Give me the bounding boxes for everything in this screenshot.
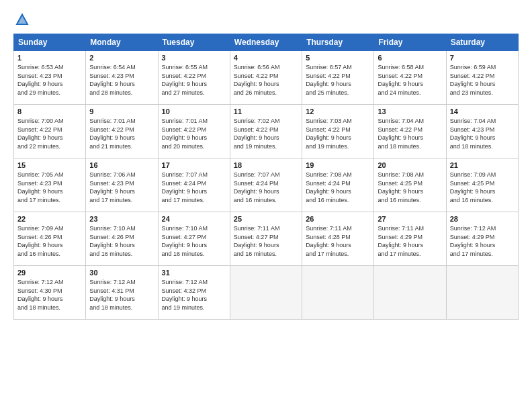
calendar-week-row: 15Sunrise: 7:05 AM Sunset: 4:23 PM Dayli…	[14, 158, 519, 212]
day-number: 20	[378, 161, 442, 169]
day-info: Sunrise: 6:57 AM Sunset: 4:22 PM Dayligh…	[306, 63, 370, 97]
calendar-cell: 17Sunrise: 7:07 AM Sunset: 4:24 PM Dayli…	[158, 158, 230, 212]
calendar-week-row: 29Sunrise: 7:12 AM Sunset: 4:30 PM Dayli…	[14, 266, 519, 320]
calendar-cell: 12Sunrise: 7:03 AM Sunset: 4:22 PM Dayli…	[302, 105, 374, 158]
day-number: 30	[89, 269, 154, 277]
day-info: Sunrise: 7:12 AM Sunset: 4:29 PM Dayligh…	[450, 224, 515, 258]
calendar-cell	[230, 266, 302, 320]
day-number: 27	[378, 215, 442, 223]
day-number: 28	[450, 215, 515, 223]
day-info: Sunrise: 6:58 AM Sunset: 4:22 PM Dayligh…	[378, 63, 442, 97]
day-number: 11	[234, 107, 298, 116]
day-number: 7	[450, 54, 515, 62]
calendar-cell: 2Sunrise: 6:54 AM Sunset: 4:23 PM Daylig…	[86, 51, 158, 105]
calendar-cell: 14Sunrise: 7:04 AM Sunset: 4:23 PM Dayli…	[446, 105, 518, 158]
day-number: 31	[162, 269, 226, 277]
day-number: 22	[17, 215, 82, 223]
day-info: Sunrise: 7:02 AM Sunset: 4:22 PM Dayligh…	[234, 117, 298, 150]
day-info: Sunrise: 7:12 AM Sunset: 4:31 PM Dayligh…	[89, 278, 154, 312]
day-number: 17	[162, 161, 226, 169]
day-number: 18	[234, 161, 298, 169]
logo-icon	[15, 12, 30, 27]
day-info: Sunrise: 7:07 AM Sunset: 4:24 PM Dayligh…	[234, 171, 298, 204]
day-info: Sunrise: 7:07 AM Sunset: 4:24 PM Dayligh…	[162, 171, 226, 204]
page: SundayMondayTuesdayWednesdayThursdayFrid…	[0, 0, 532, 411]
calendar-week-row: 22Sunrise: 7:09 AM Sunset: 4:26 PM Dayli…	[14, 212, 519, 266]
calendar-cell: 9Sunrise: 7:01 AM Sunset: 4:22 PM Daylig…	[86, 105, 158, 158]
calendar-cell: 25Sunrise: 7:11 AM Sunset: 4:27 PM Dayli…	[230, 212, 302, 266]
day-info: Sunrise: 6:59 AM Sunset: 4:22 PM Dayligh…	[450, 63, 515, 97]
day-info: Sunrise: 7:09 AM Sunset: 4:26 PM Dayligh…	[17, 224, 82, 258]
calendar-week-row: 8Sunrise: 7:00 AM Sunset: 4:22 PM Daylig…	[14, 105, 519, 158]
day-number: 15	[17, 161, 82, 169]
day-info: Sunrise: 7:09 AM Sunset: 4:25 PM Dayligh…	[450, 171, 515, 204]
day-number: 21	[450, 161, 515, 169]
day-number: 24	[162, 215, 226, 223]
day-info: Sunrise: 7:01 AM Sunset: 4:22 PM Dayligh…	[162, 117, 226, 150]
day-number: 1	[17, 54, 82, 62]
day-info: Sunrise: 6:54 AM Sunset: 4:23 PM Dayligh…	[89, 63, 154, 97]
day-number: 12	[306, 107, 370, 116]
calendar-cell: 21Sunrise: 7:09 AM Sunset: 4:25 PM Dayli…	[446, 158, 518, 212]
calendar-cell: 15Sunrise: 7:05 AM Sunset: 4:23 PM Dayli…	[14, 158, 86, 212]
calendar-cell: 31Sunrise: 7:12 AM Sunset: 4:32 PM Dayli…	[158, 266, 230, 320]
day-info: Sunrise: 7:12 AM Sunset: 4:30 PM Dayligh…	[17, 278, 82, 312]
day-info: Sunrise: 7:05 AM Sunset: 4:23 PM Dayligh…	[17, 171, 82, 204]
calendar-cell: 3Sunrise: 6:55 AM Sunset: 4:22 PM Daylig…	[158, 51, 230, 105]
calendar-cell: 18Sunrise: 7:07 AM Sunset: 4:24 PM Dayli…	[230, 158, 302, 212]
day-number: 19	[306, 161, 370, 169]
calendar-cell: 4Sunrise: 6:56 AM Sunset: 4:22 PM Daylig…	[230, 51, 302, 105]
day-number: 16	[89, 161, 154, 169]
calendar-cell: 19Sunrise: 7:08 AM Sunset: 4:24 PM Dayli…	[302, 158, 374, 212]
day-number: 6	[378, 54, 442, 62]
calendar-cell: 10Sunrise: 7:01 AM Sunset: 4:22 PM Dayli…	[158, 105, 230, 158]
day-number: 8	[17, 107, 82, 116]
day-info: Sunrise: 6:55 AM Sunset: 4:22 PM Dayligh…	[162, 63, 226, 97]
day-number: 2	[89, 54, 154, 62]
calendar-cell: 5Sunrise: 6:57 AM Sunset: 4:22 PM Daylig…	[302, 51, 374, 105]
day-info: Sunrise: 7:00 AM Sunset: 4:22 PM Dayligh…	[17, 117, 82, 150]
day-number: 5	[306, 54, 370, 62]
day-info: Sunrise: 7:11 AM Sunset: 4:29 PM Dayligh…	[378, 224, 442, 258]
calendar-cell	[374, 266, 446, 320]
day-info: Sunrise: 7:12 AM Sunset: 4:32 PM Dayligh…	[162, 278, 226, 312]
day-number: 13	[378, 107, 442, 116]
day-info: Sunrise: 7:11 AM Sunset: 4:28 PM Dayligh…	[306, 224, 370, 258]
weekday-header: Tuesday	[158, 34, 230, 51]
day-info: Sunrise: 7:04 AM Sunset: 4:23 PM Dayligh…	[450, 117, 515, 150]
weekday-header: Monday	[86, 34, 158, 51]
day-info: Sunrise: 7:06 AM Sunset: 4:23 PM Dayligh…	[89, 171, 154, 204]
day-info: Sunrise: 7:01 AM Sunset: 4:22 PM Dayligh…	[89, 117, 154, 150]
logo	[13, 12, 32, 27]
day-info: Sunrise: 6:56 AM Sunset: 4:22 PM Dayligh…	[234, 63, 298, 97]
calendar-cell: 7Sunrise: 6:59 AM Sunset: 4:22 PM Daylig…	[446, 51, 518, 105]
calendar-cell: 27Sunrise: 7:11 AM Sunset: 4:29 PM Dayli…	[374, 212, 446, 266]
day-info: Sunrise: 7:08 AM Sunset: 4:24 PM Dayligh…	[306, 171, 370, 204]
day-number: 4	[234, 54, 298, 62]
calendar-cell: 11Sunrise: 7:02 AM Sunset: 4:22 PM Dayli…	[230, 105, 302, 158]
calendar-cell: 23Sunrise: 7:10 AM Sunset: 4:26 PM Dayli…	[86, 212, 158, 266]
calendar-cell	[302, 266, 374, 320]
calendar-cell: 28Sunrise: 7:12 AM Sunset: 4:29 PM Dayli…	[446, 212, 518, 266]
calendar-cell: 8Sunrise: 7:00 AM Sunset: 4:22 PM Daylig…	[14, 105, 86, 158]
day-info: Sunrise: 7:03 AM Sunset: 4:22 PM Dayligh…	[306, 117, 370, 150]
day-number: 23	[89, 215, 154, 223]
day-number: 25	[234, 215, 298, 223]
weekday-header: Wednesday	[230, 34, 302, 51]
calendar-cell: 26Sunrise: 7:11 AM Sunset: 4:28 PM Dayli…	[302, 212, 374, 266]
calendar-cell: 24Sunrise: 7:10 AM Sunset: 4:27 PM Dayli…	[158, 212, 230, 266]
weekday-header: Friday	[374, 34, 446, 51]
calendar-cell: 30Sunrise: 7:12 AM Sunset: 4:31 PM Dayli…	[86, 266, 158, 320]
weekday-row: SundayMondayTuesdayWednesdayThursdayFrid…	[14, 34, 519, 51]
day-info: Sunrise: 7:04 AM Sunset: 4:22 PM Dayligh…	[378, 117, 442, 150]
calendar-cell: 29Sunrise: 7:12 AM Sunset: 4:30 PM Dayli…	[14, 266, 86, 320]
weekday-header: Thursday	[302, 34, 374, 51]
day-number: 3	[162, 54, 226, 62]
day-number: 14	[450, 107, 515, 116]
calendar-cell: 22Sunrise: 7:09 AM Sunset: 4:26 PM Dayli…	[14, 212, 86, 266]
weekday-header: Sunday	[14, 34, 86, 51]
calendar-header: SundayMondayTuesdayWednesdayThursdayFrid…	[14, 34, 519, 51]
calendar-cell: 20Sunrise: 7:08 AM Sunset: 4:25 PM Dayli…	[374, 158, 446, 212]
day-number: 26	[306, 215, 370, 223]
day-info: Sunrise: 7:08 AM Sunset: 4:25 PM Dayligh…	[378, 171, 442, 204]
